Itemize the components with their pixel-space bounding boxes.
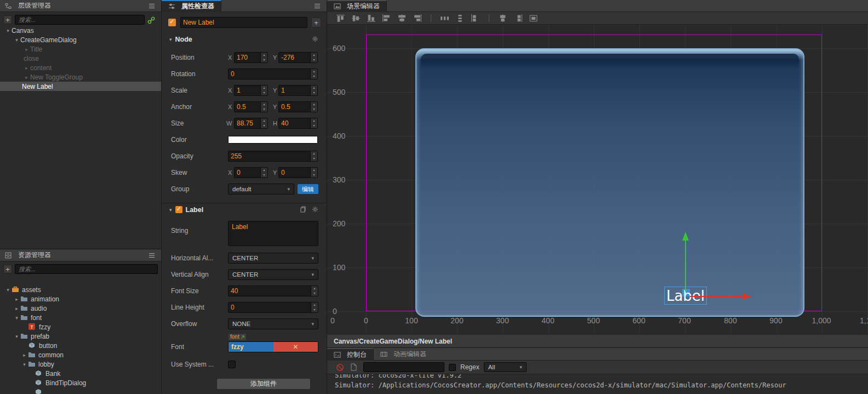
line-height-field[interactable]: ▴▾ <box>228 302 318 313</box>
gear-icon[interactable] <box>312 36 319 43</box>
label-section-header[interactable]: ▾ Label <box>162 203 327 216</box>
assets-menu-icon[interactable] <box>148 252 157 259</box>
stepper[interactable]: ▴▾ <box>260 102 267 112</box>
use-system-checkbox[interactable] <box>228 361 236 368</box>
console-filter-input[interactable] <box>363 362 444 372</box>
v-align-dropdown[interactable]: CENTER ▾ <box>228 269 318 280</box>
expand-arrow-icon[interactable]: ▸ <box>23 47 30 52</box>
expand-arrow-icon[interactable]: ▾ <box>21 362 28 367</box>
expand-arrow-icon[interactable]: ▾ <box>13 37 20 43</box>
line-height-input[interactable] <box>229 302 311 312</box>
distribute-left-icon[interactable] <box>471 14 480 22</box>
stepper[interactable]: ▴▾ <box>260 118 267 128</box>
expand-arrow-icon[interactable]: ▸ <box>13 296 20 302</box>
distribute-h-icon[interactable] <box>440 14 449 22</box>
distribute-v-icon[interactable] <box>455 14 465 22</box>
align-v-center-icon[interactable] <box>351 14 361 22</box>
asset-item-common[interactable]: ▸ common <box>0 350 161 359</box>
size-h-field[interactable]: ▴▾ <box>278 118 318 129</box>
expand-arrow-icon[interactable]: ▸ <box>21 352 28 358</box>
skew-x-field[interactable]: ▴▾ <box>234 167 268 178</box>
scale-y-field[interactable]: ▴▾ <box>278 85 318 96</box>
collapse-arrow-icon[interactable]: ▾ <box>169 207 172 213</box>
selected-label-node[interactable]: Label <box>664 287 707 305</box>
color-swatch[interactable] <box>228 136 318 144</box>
tab-scene-editor[interactable]: 场景编辑器 <box>327 0 387 12</box>
collapse-log-icon[interactable] <box>350 363 359 372</box>
asset-item-assets[interactable]: ▾ assets <box>0 285 161 294</box>
stepper[interactable]: ▴▾ <box>310 118 317 128</box>
stepper[interactable]: ▴▾ <box>260 85 267 95</box>
add-node-button[interactable]: + <box>3 15 12 24</box>
font-asset-field[interactable]: fzzy ✕ <box>228 341 318 352</box>
skew-y-field[interactable]: ▴▾ <box>278 167 318 178</box>
tree-item-creategamedialog[interactable]: ▾ CreateGameDialog <box>0 35 161 44</box>
expand-arrow-icon[interactable]: ▾ <box>4 28 12 33</box>
add-asset-button[interactable]: + <box>3 265 12 273</box>
asset-item-animation[interactable]: ▸ animation <box>0 294 161 304</box>
copy-component-icon[interactable] <box>300 206 307 213</box>
tab-animation-editor[interactable]: 动画编辑器 <box>374 348 433 361</box>
add-node-component-button[interactable]: + <box>311 18 321 27</box>
asset-item-font[interactable]: ▾ font <box>0 313 161 322</box>
skew-y-input[interactable] <box>279 168 310 178</box>
h-align-dropdown[interactable]: CENTER ▾ <box>228 253 318 264</box>
opacity-input[interactable] <box>229 151 310 161</box>
stepper[interactable]: ▴▾ <box>310 168 317 178</box>
align-right-icon[interactable] <box>413 14 422 22</box>
expand-arrow-icon[interactable]: ▾ <box>4 287 12 293</box>
group-edit-button[interactable]: 编辑 <box>298 184 318 194</box>
asset-item-bank[interactable]: Bank <box>0 369 161 378</box>
asset-item-fzzy[interactable]: T fzzy <box>0 322 161 332</box>
tree-item-canvas[interactable]: ▾ Canvas <box>0 26 161 35</box>
expand-arrow-icon[interactable]: ▾ <box>13 334 20 339</box>
size-w-field[interactable]: ▴▾ <box>234 118 268 129</box>
scale-x-input[interactable] <box>235 85 260 95</box>
match-size-icon[interactable] <box>529 14 538 22</box>
anchor-x-input[interactable] <box>235 102 260 112</box>
link-scene-icon[interactable] <box>147 16 156 24</box>
asset-item-button[interactable]: button <box>0 341 161 350</box>
align-top-icon[interactable] <box>336 14 345 22</box>
asset-item-bindtipdialog[interactable]: BindTipDialog <box>0 378 161 387</box>
font-size-field[interactable]: ▴▾ <box>228 285 318 296</box>
distribute-right-icon[interactable] <box>513 14 523 22</box>
gear-icon[interactable] <box>312 206 319 213</box>
overflow-dropdown[interactable]: NONE ▾ <box>228 318 318 329</box>
rotation-field[interactable]: ▴▾ <box>228 68 318 79</box>
stepper[interactable]: ▴▾ <box>310 53 317 62</box>
align-bottom-icon[interactable] <box>367 14 376 22</box>
position-y-input[interactable] <box>279 53 310 62</box>
position-x-field[interactable]: ▴▾ <box>234 52 268 63</box>
assets-search-input[interactable] <box>15 264 158 274</box>
stepper[interactable]: ▴▾ <box>310 85 317 95</box>
align-h-center-icon[interactable] <box>397 14 407 22</box>
tree-item-title[interactable]: ▸ Title <box>0 44 161 54</box>
add-component-button[interactable]: 添加组件 <box>216 378 311 390</box>
position-x-input[interactable] <box>235 53 260 62</box>
skew-x-input[interactable] <box>235 168 260 178</box>
label-enabled-checkbox[interactable] <box>175 206 182 213</box>
stepper[interactable]: ▴▾ <box>310 69 317 79</box>
hierarchy-menu-icon[interactable] <box>148 2 157 10</box>
node-section-header[interactable]: ▾ Node <box>162 33 327 46</box>
scene-viewport[interactable]: Label 600 500 400 300 200 100 0 0 0 100 … <box>327 25 868 334</box>
collapse-arrow-icon[interactable]: ▾ <box>169 37 172 42</box>
stepper[interactable]: ▴▾ <box>310 102 317 112</box>
expand-arrow-icon[interactable]: ▸ <box>13 306 20 311</box>
anchor-y-input[interactable] <box>279 102 310 112</box>
scale-y-input[interactable] <box>279 85 310 95</box>
node-name-field[interactable] <box>180 17 307 28</box>
align-left-icon[interactable] <box>382 14 391 22</box>
expand-arrow-icon[interactable]: ▸ <box>23 65 30 71</box>
rotation-input[interactable] <box>229 69 310 79</box>
regex-checkbox[interactable] <box>449 364 456 371</box>
inspector-menu-icon[interactable] <box>313 2 322 10</box>
tab-inspector[interactable]: 属性检查器 <box>162 0 221 12</box>
dialog-sprite[interactable] <box>415 48 804 317</box>
node-active-checkbox[interactable] <box>168 19 176 26</box>
tree-item-new-label[interactable]: New Label <box>0 82 161 91</box>
clear-console-icon[interactable] <box>336 363 345 372</box>
asset-item-cut[interactable] <box>0 387 161 394</box>
stepper[interactable]: ▴▾ <box>311 286 318 296</box>
